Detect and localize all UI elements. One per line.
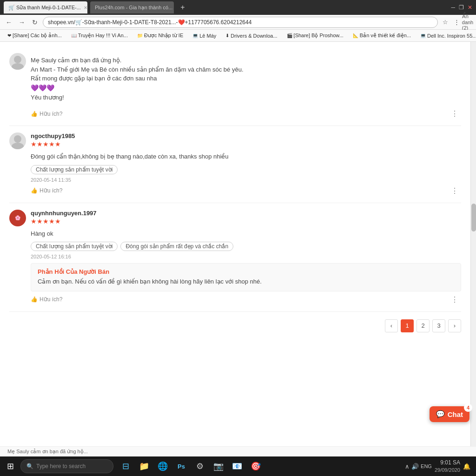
review-3-helpful-btn[interactable]: 👍 Hữu ích?	[31, 296, 62, 303]
chat-badge: 4	[464, 403, 472, 412]
back-button[interactable]: ←	[4, 17, 14, 27]
tab-label-inactive: Plus24h.com - Gia hạn thành có...	[95, 5, 172, 11]
review-3-more-btn[interactable]: ⋮	[448, 294, 461, 305]
taskbar-app-explorer[interactable]: 📁	[136, 458, 152, 475]
taskbar-apps: ⊟ 📁 🌐 Ps ⚙ 📷 📧 🎯	[117, 458, 264, 475]
review-3-helpful-text: Hữu ích?	[40, 296, 62, 303]
bookmark-item-7[interactable]: 💻 Dell Inc. Inspiron 55...	[416, 32, 476, 40]
prev-page-button[interactable]: ‹	[385, 319, 398, 332]
bookmark-icon-3: 💻	[192, 33, 198, 38]
bookmark-item-2[interactable]: 📁 Được Nhập từ IE	[133, 32, 187, 40]
taskbar-app-mail[interactable]: 📧	[229, 458, 245, 475]
review-1-more-btn[interactable]: ⋮	[448, 108, 461, 119]
page-1-button[interactable]: 1	[401, 319, 414, 332]
scrollbar-track[interactable]	[470, 42, 476, 446]
chat-button[interactable]: 💬 Chat 4	[430, 406, 469, 422]
review-2-more-btn[interactable]: ⋮	[448, 185, 461, 196]
review-1-helpful-row: 👍 Hữu ích? ⋮	[31, 108, 461, 119]
review-2-text: Đóng gói cẩn thận,không bị bẹ thang nào,…	[31, 152, 461, 161]
close-button[interactable]: ✕	[468, 4, 472, 11]
tab-close-active[interactable]: ✕	[84, 5, 87, 10]
title-bar: 🛒 Sữa thanh Meji-0-1-DATE-... ✕ Plus24h.…	[0, 0, 476, 15]
review-2-date: 2020-05-14 11:35	[31, 177, 461, 183]
bookmark-icon-5: 🎬	[287, 33, 292, 38]
language-indicator[interactable]: ENG	[421, 463, 432, 469]
page-3-button[interactable]: 3	[432, 319, 445, 332]
tab-label-active: 🛒 Sữa thanh Meji-0-1-DATE-...	[8, 5, 81, 11]
start-button[interactable]: ⊞	[2, 458, 19, 475]
browser-window: 🛒 Sữa thanh Meji-0-1-DATE-... ✕ Plus24h.…	[0, 0, 476, 476]
stars-2: ★★★★★	[31, 140, 75, 148]
bookmark-item-4[interactable]: ⬇ Drivers & Downloa...	[222, 32, 281, 40]
bookmark-item-0[interactable]: ❤ [Share] Các bộ ảnh...	[4, 32, 66, 40]
content-area: Mẹ Sauly cảm ơn bạn đã ứng hộ. An Mart -…	[0, 42, 476, 446]
system-icons: ∧ 🔊 ENG	[405, 463, 432, 470]
bookmark-label-3: Lê Máy	[199, 33, 216, 39]
profile-icon[interactable]: Ẩn danh (2)	[463, 18, 472, 27]
new-tab-button[interactable]: +	[177, 1, 189, 13]
chat-icon: 💬	[436, 410, 445, 418]
chevron-up-icon[interactable]: ∧	[405, 463, 410, 470]
review-1-helpful-btn[interactable]: 👍 Hữu ích?	[31, 111, 62, 117]
avatar-2	[9, 132, 26, 149]
review-3-tag-1: Đóng gói sản phẩm rất đẹp và chắc chắn	[120, 242, 233, 251]
bookmark-label-5: [Share] Bộ Proshow...	[294, 33, 344, 39]
seller-reply-3: Phản Hồi Của Người Bán Cảm ơn bạn. Nếu c…	[31, 263, 461, 291]
tab-active[interactable]: 🛒 Sữa thanh Meji-0-1-DATE-... ✕	[4, 1, 87, 13]
bookmark-item-1[interactable]: 📖 Truyện Hay !!! Vi An...	[67, 32, 132, 40]
svg-point-0	[14, 56, 21, 63]
tab-inactive[interactable]: Plus24h.com - Gia hạn thành có... ✕	[90, 1, 174, 13]
taskbar-app-ps[interactable]: Ps	[173, 458, 190, 475]
more-options-icon[interactable]: ⋮	[452, 18, 461, 27]
avatar-3: 🌸	[9, 210, 26, 226]
forward-button[interactable]: →	[17, 17, 27, 27]
next-page-button[interactable]: ›	[448, 319, 461, 332]
bookmark-item-6[interactable]: 📐 Bản vẽ thiết kế điện...	[349, 32, 415, 40]
review-2-tag-0: Chất lượng sản phẩm tuyệt vời	[31, 165, 118, 174]
review-3-date: 2020-05-12 16:16	[31, 254, 461, 259]
review-2-helpful-text: Hữu ích?	[40, 187, 62, 194]
bookmark-item-5[interactable]: 🎬 [Share] Bộ Proshow...	[283, 32, 347, 40]
taskbar-right: ∧ 🔊 ENG 9:01 SA 29/09/2020 🔔	[405, 459, 474, 474]
review-3-tags: Chất lượng sản phẩm tuyệt vời Đóng gói s…	[31, 242, 461, 251]
page-2-button[interactable]: 2	[416, 319, 430, 332]
review-3-tag-0: Chất lượng sản phẩm tuyệt vời	[31, 242, 118, 251]
bottom-notification-text: Mẹ Sauly cảm ơn bạn đã ứng hộ...	[7, 449, 88, 454]
pagination: ‹ 1 2 3 ›	[9, 312, 461, 337]
reviewer-name-3: quynhnhunguyen.1997	[31, 210, 97, 217]
bookmark-star-icon[interactable]: ☆	[441, 18, 450, 27]
chat-label: Chat	[448, 410, 463, 418]
time-block: 9:01 SA 29/09/2020	[435, 459, 460, 474]
taskbar-app-settings[interactable]: ⚙	[192, 458, 208, 475]
reload-button[interactable]: ↻	[30, 17, 40, 27]
start-icon: ⊞	[7, 461, 14, 471]
url-input[interactable]	[43, 17, 438, 28]
thumbs-up-icon-2: 👍	[31, 187, 38, 194]
taskbar-search[interactable]: 🔍 Type here to search	[20, 459, 113, 473]
restore-button[interactable]: ❐	[459, 4, 464, 11]
notification-icon[interactable]: 🔔	[463, 463, 470, 470]
bookmark-item-3[interactable]: 💻 Lê Máy	[189, 32, 220, 40]
bottom-notification: Mẹ Sauly cảm ơn bạn đã ứng hộ...	[0, 446, 476, 456]
taskbar-app-game[interactable]: 🎯	[247, 458, 264, 475]
search-icon: 🔍	[26, 463, 33, 469]
bookmark-icon-4: ⬇	[225, 33, 229, 38]
review-1-helpful-text: Hữu ích?	[40, 111, 62, 117]
seller-reply-title-3: Phản Hồi Của Người Bán	[38, 268, 454, 275]
avatar-1	[9, 53, 26, 70]
taskbar-app-photo[interactable]: 📷	[210, 458, 227, 475]
review-3: 🌸 quynhnhunguyen.1997 ★★★★★ Hàng ok Chất…	[9, 203, 461, 312]
bookmark-label-6: Bản vẽ thiết kế điện...	[360, 33, 411, 39]
nav-icons: ☆ ⋮ Ẩn danh (2)	[441, 18, 472, 27]
scrollbar-thumb[interactable]	[471, 204, 476, 231]
heart-icons: 💜💜💜	[31, 84, 54, 92]
volume-icon[interactable]: 🔊	[411, 463, 419, 470]
bookmark-label-2: Được Nhập từ IE	[144, 33, 183, 39]
review-3-header: 🌸 quynhnhunguyen.1997 ★★★★★	[9, 210, 461, 226]
taskbar-app-chrome[interactable]: 🌐	[154, 458, 171, 475]
minimize-button[interactable]: ─	[451, 4, 455, 11]
bookmark-label-7: Dell Inc. Inspiron 55...	[427, 33, 476, 39]
seller-reply-text-3: Cảm ơn bạn. Nếu có vấn đề gì khiến bạn k…	[38, 277, 454, 286]
taskbar-app-manager[interactable]: ⊟	[117, 458, 134, 475]
review-2-helpful-btn[interactable]: 👍 Hữu ích?	[31, 187, 62, 194]
